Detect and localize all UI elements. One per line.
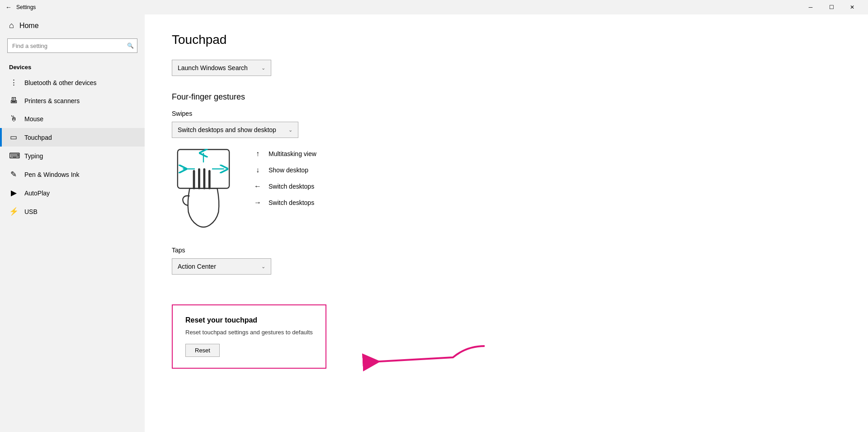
taps-dropdown-value: Action Center	[178, 263, 216, 270]
swipes-dropdown-container: Launch Windows Search ⌄	[172, 60, 841, 76]
autoplay-icon: ▶	[9, 188, 18, 198]
home-icon: ⌂	[9, 21, 14, 30]
legend-item-down: ↓ Show desktop	[253, 166, 316, 174]
chevron-down-icon-3: ⌄	[261, 264, 265, 270]
sidebar-item-printers[interactable]: 🖶 Printers & scanners	[0, 92, 145, 110]
sidebar-item-autoplay[interactable]: ▶ AutoPlay	[0, 184, 145, 202]
back-icon[interactable]: ←	[5, 4, 12, 11]
four-finger-swipes-value: Switch desktops and show desktop	[178, 126, 276, 133]
legend-label-switch-right: Switch desktops	[269, 199, 314, 206]
gesture-area: ↑ Multitasking view ↓ Show desktop ← Swi…	[172, 145, 841, 236]
legend-label-desktop: Show desktop	[269, 166, 308, 174]
page-title: Touchpad	[172, 33, 841, 47]
chevron-down-icon-2: ⌄	[288, 127, 292, 133]
sidebar-section-title: Devices	[0, 60, 145, 73]
sidebar-item-label: Bluetooth & other devices	[24, 79, 97, 86]
reset-box-title: Reset your touchpad	[185, 316, 313, 324]
arrow-down-icon: ↓	[253, 166, 262, 174]
legend-label-multitasking: Multitasking view	[269, 150, 316, 157]
title-bar: ← Settings ─ ☐ ✕	[0, 0, 868, 14]
annotation-arrow	[317, 337, 489, 373]
main-content: Touchpad Launch Windows Search ⌄ Four-fi…	[145, 14, 868, 432]
pen-icon: ✎	[9, 170, 18, 179]
sidebar-item-label: Printers & scanners	[24, 97, 80, 104]
usb-icon: ⚡	[9, 207, 18, 216]
reset-box: Reset your touchpad Reset touchpad setti…	[172, 304, 326, 369]
legend-label-switch-left: Switch desktops	[269, 183, 314, 190]
sidebar-item-bluetooth[interactable]: ⋮ Bluetooth & other devices	[0, 73, 145, 92]
legend-item-up: ↑ Multitasking view	[253, 150, 316, 158]
sidebar-item-typing[interactable]: ⌨ Typing	[0, 147, 145, 165]
sidebar-home-label: Home	[19, 22, 39, 30]
search-input[interactable]	[7, 38, 137, 53]
taps-section: Taps Action Center ⌄	[172, 247, 841, 275]
gesture-legend: ↑ Multitasking view ↓ Show desktop ← Swi…	[253, 145, 316, 207]
sidebar-item-touchpad[interactable]: ▭ Touchpad	[0, 128, 145, 147]
typing-icon: ⌨	[9, 151, 18, 161]
arrow-up-icon: ↑	[253, 150, 262, 158]
sidebar-search[interactable]: 🔍	[7, 38, 137, 53]
minimize-button[interactable]: ─	[800, 0, 821, 14]
swipes-dropdown-value: Launch Windows Search	[178, 64, 248, 71]
maximize-button[interactable]: ☐	[821, 0, 842, 14]
printers-icon: 🖶	[9, 96, 18, 105]
sidebar: ⌂ Home 🔍 Devices ⋮ Bluetooth & other dev…	[0, 14, 145, 432]
title-bar-controls: ─ ☐ ✕	[800, 0, 863, 14]
sidebar-item-label: Touchpad	[24, 134, 52, 141]
title-bar-left: ← Settings	[5, 4, 36, 11]
four-finger-section-title: Four-finger gestures	[172, 92, 841, 102]
sidebar-item-label: USB	[24, 208, 38, 215]
arrow-right-icon: →	[253, 199, 262, 207]
sidebar-item-label: AutoPlay	[24, 190, 50, 197]
title-bar-title: Settings	[16, 4, 36, 10]
sidebar-item-usb[interactable]: ⚡ USB	[0, 202, 145, 221]
four-finger-swipes-dropdown[interactable]: Switch desktops and show desktop ⌄	[172, 122, 298, 138]
sidebar-item-label: Pen & Windows Ink	[24, 171, 79, 178]
reset-button[interactable]: Reset	[185, 344, 220, 357]
reset-box-description: Reset touchpad settings and gestures to …	[185, 329, 313, 336]
legend-item-left: ← Switch desktops	[253, 182, 316, 190]
annotation-container: Reset your touchpad Reset touchpad setti…	[172, 288, 326, 369]
sidebar-item-label: Mouse	[24, 115, 43, 123]
arrow-left-icon: ←	[253, 182, 262, 190]
gesture-diagram	[172, 145, 235, 236]
touchpad-icon: ▭	[9, 133, 18, 142]
sidebar-item-mouse[interactable]: 🖰 Mouse	[0, 110, 145, 128]
sidebar-home-button[interactable]: ⌂ Home	[0, 14, 145, 37]
search-icon: 🔍	[127, 43, 134, 49]
bluetooth-icon: ⋮	[9, 78, 18, 87]
taps-dropdown[interactable]: Action Center ⌄	[172, 258, 271, 275]
chevron-down-icon: ⌄	[261, 65, 265, 71]
close-button[interactable]: ✕	[842, 0, 863, 14]
app-body: ⌂ Home 🔍 Devices ⋮ Bluetooth & other dev…	[0, 14, 868, 432]
sidebar-item-pen[interactable]: ✎ Pen & Windows Ink	[0, 165, 145, 184]
swipes-dropdown[interactable]: Launch Windows Search ⌄	[172, 60, 271, 76]
sidebar-item-label: Typing	[24, 152, 43, 160]
legend-item-right: → Switch desktops	[253, 199, 316, 207]
swipes-label: Swipes	[172, 110, 841, 117]
mouse-icon: 🖰	[9, 114, 18, 123]
taps-label: Taps	[172, 247, 841, 254]
